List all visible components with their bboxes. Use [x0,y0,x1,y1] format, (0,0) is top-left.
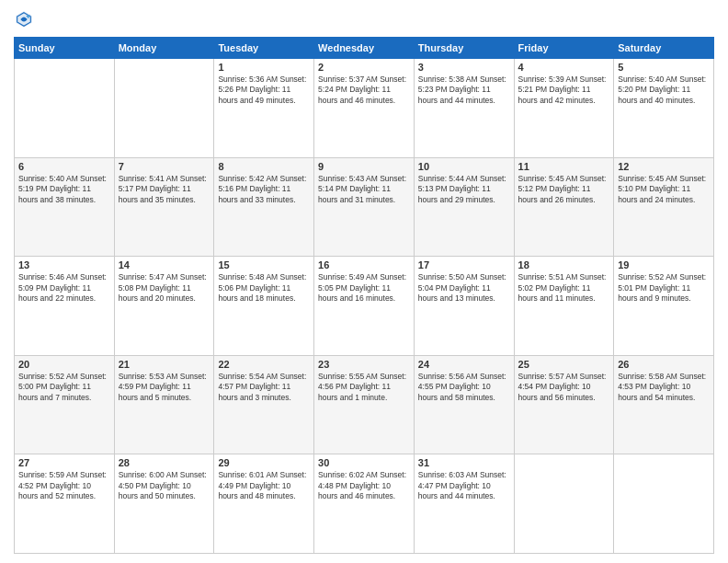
cell-day-number: 10 [418,161,510,172]
calendar-cell: 4Sunrise: 5:39 AM Sunset: 5:21 PM Daylig… [514,59,614,158]
cell-info: Sunrise: 5:58 AM Sunset: 4:53 PM Dayligh… [618,372,710,403]
col-header-friday: Friday [514,38,614,59]
calendar-cell: 13Sunrise: 5:46 AM Sunset: 5:09 PM Dayli… [15,257,115,356]
calendar-cell: 18Sunrise: 5:51 AM Sunset: 5:02 PM Dayli… [514,257,614,356]
cell-day-number: 9 [318,161,410,172]
cell-day-number: 4 [518,62,610,73]
cell-day-number: 12 [618,161,710,172]
calendar-cell: 21Sunrise: 5:53 AM Sunset: 4:59 PM Dayli… [114,355,214,454]
cell-info: Sunrise: 5:49 AM Sunset: 5:05 PM Dayligh… [318,272,410,304]
calendar-cell: 3Sunrise: 5:38 AM Sunset: 5:23 PM Daylig… [414,59,514,158]
cell-day-number: 23 [318,359,410,370]
cell-info: Sunrise: 5:59 AM Sunset: 4:52 PM Dayligh… [18,470,110,501]
logo [14,9,38,29]
cell-info: Sunrise: 5:52 AM Sunset: 5:01 PM Dayligh… [618,272,710,304]
cell-info: Sunrise: 5:57 AM Sunset: 4:54 PM Dayligh… [518,372,610,403]
calendar-cell: 25Sunrise: 5:57 AM Sunset: 4:54 PM Dayli… [514,355,614,454]
calendar-header-row: SundayMondayTuesdayWednesdayThursdayFrid… [15,38,714,59]
calendar-cell [15,59,115,158]
calendar-cell: 10Sunrise: 5:44 AM Sunset: 5:13 PM Dayli… [414,157,514,257]
week-row-5: 27Sunrise: 5:59 AM Sunset: 4:52 PM Dayli… [15,454,714,554]
logo-icon [14,9,34,29]
cell-day-number: 7 [119,161,210,172]
cell-day-number: 30 [318,457,410,468]
calendar-cell: 16Sunrise: 5:49 AM Sunset: 5:05 PM Dayli… [314,257,415,356]
calendar-cell: 8Sunrise: 5:42 AM Sunset: 5:16 PM Daylig… [214,157,314,257]
calendar-cell: 15Sunrise: 5:48 AM Sunset: 5:06 PM Dayli… [214,257,314,356]
cell-info: Sunrise: 6:02 AM Sunset: 4:48 PM Dayligh… [318,470,410,501]
cell-day-number: 29 [218,457,310,468]
cell-info: Sunrise: 5:48 AM Sunset: 5:06 PM Dayligh… [218,272,310,304]
col-header-tuesday: Tuesday [214,38,314,59]
calendar-cell: 9Sunrise: 5:43 AM Sunset: 5:14 PM Daylig… [314,157,415,257]
cell-day-number: 14 [119,259,210,270]
cell-info: Sunrise: 5:37 AM Sunset: 5:24 PM Dayligh… [318,75,410,106]
week-row-1: 1Sunrise: 5:36 AM Sunset: 5:26 PM Daylig… [15,59,714,158]
cell-info: Sunrise: 5:53 AM Sunset: 4:59 PM Dayligh… [119,372,210,403]
calendar-cell: 27Sunrise: 5:59 AM Sunset: 4:52 PM Dayli… [15,454,115,554]
cell-info: Sunrise: 5:46 AM Sunset: 5:09 PM Dayligh… [18,272,110,304]
cell-info: Sunrise: 5:41 AM Sunset: 5:17 PM Dayligh… [119,174,210,205]
cell-info: Sunrise: 5:44 AM Sunset: 5:13 PM Dayligh… [418,174,510,205]
cell-day-number: 17 [418,259,510,270]
cell-day-number: 13 [18,259,110,270]
cell-info: Sunrise: 6:01 AM Sunset: 4:49 PM Dayligh… [218,470,310,501]
cell-info: Sunrise: 5:52 AM Sunset: 5:00 PM Dayligh… [18,372,110,403]
cell-day-number: 31 [418,457,510,468]
col-header-thursday: Thursday [414,38,514,59]
cell-day-number: 27 [18,457,110,468]
calendar-cell: 6Sunrise: 5:40 AM Sunset: 5:19 PM Daylig… [15,157,115,257]
cell-day-number: 1 [218,62,310,73]
calendar-cell: 11Sunrise: 5:45 AM Sunset: 5:12 PM Dayli… [514,157,614,257]
col-header-saturday: Saturday [614,38,714,59]
week-row-3: 13Sunrise: 5:46 AM Sunset: 5:09 PM Dayli… [15,257,714,356]
cell-day-number: 5 [618,62,710,73]
calendar-cell: 28Sunrise: 6:00 AM Sunset: 4:50 PM Dayli… [114,454,214,554]
cell-day-number: 24 [418,359,510,370]
cell-info: Sunrise: 5:50 AM Sunset: 5:04 PM Dayligh… [418,272,510,304]
cell-info: Sunrise: 5:45 AM Sunset: 5:12 PM Dayligh… [518,174,610,205]
cell-info: Sunrise: 5:43 AM Sunset: 5:14 PM Dayligh… [318,174,410,205]
cell-day-number: 22 [218,359,310,370]
cell-info: Sunrise: 5:54 AM Sunset: 4:57 PM Dayligh… [218,372,310,403]
calendar-cell: 2Sunrise: 5:37 AM Sunset: 5:24 PM Daylig… [314,59,415,158]
cell-day-number: 18 [518,259,610,270]
calendar-cell [514,454,614,554]
calendar-cell: 17Sunrise: 5:50 AM Sunset: 5:04 PM Dayli… [414,257,514,356]
calendar-cell: 26Sunrise: 5:58 AM Sunset: 4:53 PM Dayli… [614,355,714,454]
calendar-cell: 22Sunrise: 5:54 AM Sunset: 4:57 PM Dayli… [214,355,314,454]
cell-day-number: 8 [218,161,310,172]
cell-day-number: 16 [318,259,410,270]
calendar-cell: 12Sunrise: 5:45 AM Sunset: 5:10 PM Dayli… [614,157,714,257]
cell-info: Sunrise: 5:56 AM Sunset: 4:55 PM Dayligh… [418,372,510,403]
cell-info: Sunrise: 5:55 AM Sunset: 4:56 PM Dayligh… [318,372,410,403]
cell-info: Sunrise: 5:39 AM Sunset: 5:21 PM Dayligh… [518,75,610,106]
week-row-4: 20Sunrise: 5:52 AM Sunset: 5:00 PM Dayli… [15,355,714,454]
cell-info: Sunrise: 5:38 AM Sunset: 5:23 PM Dayligh… [418,75,510,106]
calendar-cell [114,59,214,158]
cell-day-number: 20 [18,359,110,370]
header [14,9,714,29]
calendar-cell: 1Sunrise: 5:36 AM Sunset: 5:26 PM Daylig… [214,59,314,158]
cell-info: Sunrise: 5:45 AM Sunset: 5:10 PM Dayligh… [618,174,710,205]
cell-day-number: 25 [518,359,610,370]
week-row-2: 6Sunrise: 5:40 AM Sunset: 5:19 PM Daylig… [15,157,714,257]
cell-info: Sunrise: 6:03 AM Sunset: 4:47 PM Dayligh… [418,470,510,501]
calendar-table: SundayMondayTuesdayWednesdayThursdayFrid… [14,37,714,554]
cell-day-number: 3 [418,62,510,73]
cell-day-number: 15 [218,259,310,270]
cell-day-number: 26 [618,359,710,370]
calendar-cell: 20Sunrise: 5:52 AM Sunset: 5:00 PM Dayli… [15,355,115,454]
calendar-cell: 31Sunrise: 6:03 AM Sunset: 4:47 PM Dayli… [414,454,514,554]
cell-day-number: 11 [518,161,610,172]
cell-day-number: 21 [119,359,210,370]
calendar-cell [614,454,714,554]
calendar-cell: 23Sunrise: 5:55 AM Sunset: 4:56 PM Dayli… [314,355,415,454]
cell-info: Sunrise: 5:42 AM Sunset: 5:16 PM Dayligh… [218,174,310,205]
col-header-sunday: Sunday [15,38,115,59]
page: SundayMondayTuesdayWednesdayThursdayFrid… [0,0,728,563]
cell-info: Sunrise: 5:40 AM Sunset: 5:20 PM Dayligh… [618,75,710,106]
cell-day-number: 2 [318,62,410,73]
cell-day-number: 28 [119,457,210,468]
calendar-cell: 24Sunrise: 5:56 AM Sunset: 4:55 PM Dayli… [414,355,514,454]
